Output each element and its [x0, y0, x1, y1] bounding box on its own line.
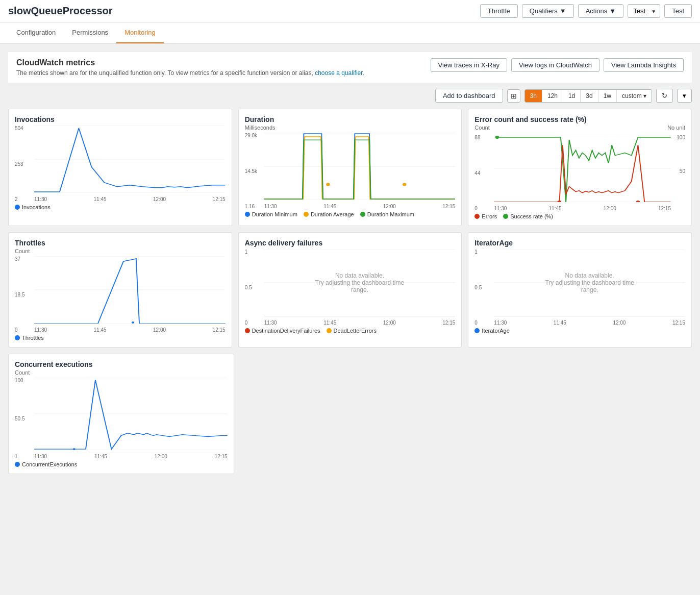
main-content: CloudWatch metrics The metrics shown are… — [0, 44, 700, 588]
cloudwatch-header: CloudWatch metrics The metrics shown are… — [8, 52, 692, 83]
concurrent-legend: ConcurrentExecutions — [15, 461, 228, 467]
async-no-data: No data available. Try adjusting the das… — [312, 272, 407, 293]
duration-avg-legend: Duration Average — [304, 211, 354, 217]
duration-title: Duration — [245, 115, 456, 123]
error-rate-chart: Error count and success rate (%) Count N… — [468, 109, 692, 226]
duration-min-legend: Duration Minimum — [245, 211, 297, 217]
svg-point-12 — [558, 201, 562, 202]
cloudwatch-action-buttons: View traces in X-Ray View logs in CloudW… — [431, 58, 684, 72]
error-svg-area — [494, 135, 671, 202]
iterator-age-chart: IteratorAge 10.50 No data available. Try… — [468, 232, 692, 348]
cloudwatch-title: CloudWatch metrics — [16, 58, 364, 67]
add-dashboard-button[interactable]: Add to dashboard — [435, 89, 503, 103]
concurrent-chart-area: 10050.51 11:3011:4512:0012:15 — [15, 378, 228, 459]
concurrent-subtitle: Count — [15, 369, 228, 376]
refresh-button[interactable]: ↻ — [656, 89, 673, 103]
duration-chart-area: 29.0k14.5k1.16 — [245, 133, 456, 209]
iterator-y-axis: 10.50 — [474, 249, 492, 326]
refresh-options-button[interactable]: ▾ — [677, 89, 692, 103]
svg-point-7 — [403, 183, 406, 186]
time-1w[interactable]: 1w — [598, 90, 617, 102]
iterator-age-chart-area: 10.50 No data available. Try adjusting t… — [474, 249, 685, 326]
concurrent-svg-area — [34, 378, 228, 450]
async-failures-chart: Async delivery failures 10.50 No data av… — [238, 232, 462, 348]
tab-permissions[interactable]: Permissions — [64, 22, 116, 43]
tab-configuration[interactable]: Configuration — [8, 22, 64, 43]
concurrent-y-axis: 10050.51 — [15, 378, 33, 459]
page-title: slowQueueProcessor — [8, 5, 113, 17]
chevron-down-icon: ▼ — [609, 7, 616, 15]
iterator-svg-area: No data available. Try adjusting the das… — [494, 249, 685, 316]
async-failures-chart-area: 10.50 No data available. Try adjusting t… — [245, 249, 456, 326]
chevron-down-icon: ▼ — [560, 7, 566, 15]
throttles-title: Throttles — [15, 239, 226, 247]
time-range-selector: 3h 12h 1d 3d 1w custom ▾ — [524, 89, 652, 103]
test-select[interactable]: Test — [628, 4, 660, 18]
invocations-legend: Invocations — [15, 204, 226, 210]
async-y-axis: 10.50 — [245, 249, 263, 326]
chart-toolbar: Add to dashboard ⊞ 3h 12h 1d 3d 1w custo… — [8, 89, 692, 103]
throttles-chart-area: 3718.50 11:3011:4512:0012:15 — [15, 256, 226, 333]
qualifier-link[interactable]: choose a qualifier — [315, 69, 362, 77]
test-button[interactable]: Test — [664, 4, 692, 18]
error-rate-chart-area: 88440 10050 — [474, 135, 685, 211]
async-x-axis: 11:3011:4512:0012:15 — [264, 320, 456, 326]
duration-svg-area — [264, 133, 456, 200]
grid-icon: ⊞ — [511, 92, 517, 100]
svg-point-28 — [73, 448, 76, 450]
error-y-axis: 88440 — [474, 135, 492, 211]
concurrent-legend-item: ConcurrentExecutions — [15, 461, 77, 467]
view-traces-button[interactable]: View traces in X-Ray — [431, 58, 507, 72]
concurrent-chart: Concurrent executions Count 10050.51 — [8, 354, 234, 474]
error-x-axis: 11:3011:4512:0012:15 — [494, 206, 671, 211]
view-insights-button[interactable]: View Lambda Insights — [604, 58, 684, 72]
async-svg-area: No data available. Try adjusting the das… — [264, 249, 456, 316]
iterator-age-legend-item: IteratorAge — [474, 328, 509, 334]
iterator-no-data: No data available. Try adjusting the das… — [542, 272, 637, 293]
error-count-label: Count — [474, 125, 489, 131]
throttles-legend-item: Throttles — [15, 335, 44, 341]
error-rate-title: Error count and success rate (%) — [474, 115, 586, 123]
duration-legend: Duration Minimum Duration Average Durati… — [245, 211, 456, 217]
async-failures-legend: DestinationDeliveryFailures DeadLetterEr… — [245, 328, 456, 334]
charts-grid-row2: Throttles Count 3718.50 11:3011:451 — [8, 232, 692, 348]
view-logs-button[interactable]: View logs in CloudWatch — [511, 58, 599, 72]
iterator-x-axis: 11:3011:4512:0012:15 — [494, 320, 685, 326]
time-3d[interactable]: 3d — [581, 90, 598, 102]
duration-subtitle: Milliseconds — [245, 125, 456, 131]
duration-chart: Duration Milliseconds 29.0k14.5k1.16 — [238, 109, 462, 226]
time-custom[interactable]: custom ▾ — [617, 90, 652, 102]
cloudwatch-desc: The metrics shown are for the unqualifie… — [16, 69, 364, 77]
iterator-age-legend: IteratorAge — [474, 328, 685, 334]
invocations-chart: Invocations 5042532 11:3011:4512:0012:15 — [8, 109, 232, 226]
throttles-legend: Throttles — [15, 335, 226, 341]
throttles-svg-area — [34, 256, 226, 324]
svg-point-17 — [132, 321, 134, 324]
success-rate-legend: Success rate (%) — [503, 213, 553, 219]
errors-legend: Errors — [474, 213, 497, 219]
dest-delivery-legend: DestinationDeliveryFailures — [245, 328, 320, 334]
time-1d[interactable]: 1d — [563, 90, 581, 102]
duration-x-axis: 11:3011:4512:0012:15 — [264, 204, 456, 209]
invocations-svg-area — [34, 126, 226, 193]
async-failures-title: Async delivery failures — [245, 239, 456, 247]
qualifiers-button[interactable]: Qualifiers ▼ — [522, 4, 574, 18]
duration-y-axis: 29.0k14.5k1.16 — [245, 133, 263, 209]
tab-bar: Configuration Permissions Monitoring — [0, 22, 700, 44]
throttles-x-axis: 11:3011:4512:0012:15 — [34, 327, 226, 333]
duration-max-legend: Duration Maximum — [360, 211, 414, 217]
actions-button[interactable]: Actions ▼ — [578, 4, 624, 18]
time-12h[interactable]: 12h — [542, 90, 563, 102]
tab-monitoring[interactable]: Monitoring — [116, 22, 164, 43]
charts-grid-row3: Concurrent executions Count 10050.51 — [8, 354, 692, 474]
dead-letter-legend: DeadLetterErrors — [327, 328, 377, 334]
invocations-legend-dot — [15, 205, 20, 210]
svg-point-6 — [326, 183, 330, 186]
time-3h[interactable]: 3h — [525, 90, 542, 102]
invocations-legend-item: Invocations — [15, 204, 51, 210]
test-select-wrapper[interactable]: Test — [628, 4, 660, 18]
throttle-button[interactable]: Throttle — [480, 4, 518, 18]
invocations-x-axis: 11:3011:4512:0012:15 — [34, 196, 226, 202]
throttles-y-axis: 3718.50 — [15, 256, 33, 333]
invocations-chart-area: 5042532 11:3011:4512:0012:15 — [15, 126, 226, 202]
